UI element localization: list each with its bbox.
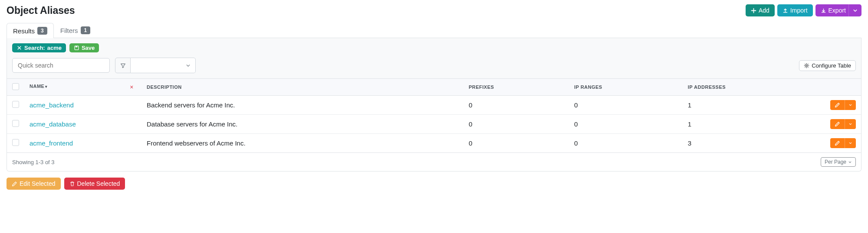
export-label: Export	[829, 7, 846, 14]
row-description: Frontend webservers of Acme Inc.	[141, 134, 464, 153]
sort-indicator-icon: ▾	[45, 84, 48, 89]
row-name-link[interactable]: acme_backend	[30, 101, 74, 109]
row-ip-addresses: 1	[683, 96, 825, 115]
download-icon	[821, 8, 826, 13]
results-table: Name▾ × Description Prefixes IP Ranges I…	[7, 78, 861, 153]
edit-selected-button[interactable]: Edit Selected	[7, 178, 61, 190]
col-ip-addresses[interactable]: IP Addresses	[683, 79, 825, 96]
svg-point-2	[806, 65, 808, 66]
row-edit-button[interactable]	[830, 138, 845, 148]
row-ip-ranges: 0	[569, 96, 683, 115]
svg-rect-1	[76, 46, 77, 47]
pencil-icon	[835, 140, 840, 146]
pencil-icon	[12, 181, 17, 187]
table-footer: Showing 1-3 of 3 Per Page	[7, 153, 861, 171]
showing-text: Showing 1-3 of 3	[12, 159, 55, 165]
add-label: Add	[759, 7, 769, 14]
configure-table-button[interactable]: Configure Table	[799, 60, 856, 71]
row-ip-addresses: 3	[683, 134, 825, 153]
table-row: acme_databaseDatabase servers for Acme I…	[7, 115, 861, 134]
filter-icon	[120, 63, 126, 68]
filter-icon-button[interactable]	[115, 58, 131, 73]
export-dropdown-button[interactable]	[848, 4, 861, 16]
save-icon	[74, 45, 79, 51]
row-checkbox[interactable]	[12, 120, 19, 127]
clear-sort-icon[interactable]: ×	[130, 84, 134, 91]
row-prefixes: 0	[464, 115, 569, 134]
export-button[interactable]: Export	[815, 4, 851, 16]
results-panel: Search: acme Save Configure Table	[7, 38, 861, 172]
chevron-down-icon	[852, 8, 858, 13]
search-filter-pill[interactable]: Search: acme	[12, 43, 66, 52]
save-filter-pill[interactable]: Save	[69, 43, 99, 52]
save-filter-label: Save	[82, 45, 95, 51]
row-ip-ranges: 0	[569, 115, 683, 134]
row-actions-dropdown[interactable]	[845, 138, 856, 148]
row-actions-dropdown[interactable]	[845, 119, 856, 129]
col-description[interactable]: Description	[141, 79, 464, 96]
search-filter-prefix: Search:	[24, 45, 45, 51]
tab-results[interactable]: Results 3	[7, 23, 54, 38]
col-ip-ranges[interactable]: IP Ranges	[569, 79, 683, 96]
pencil-icon	[835, 121, 840, 127]
chevron-down-icon	[185, 63, 191, 68]
row-checkbox[interactable]	[12, 139, 19, 146]
chevron-down-icon	[848, 103, 852, 107]
table-row: acme_frontendFrontend webservers of Acme…	[7, 134, 861, 153]
trash-icon	[69, 181, 75, 187]
tab-results-label: Results	[13, 27, 35, 35]
col-name-label: Name	[30, 84, 44, 89]
col-name[interactable]: Name▾ ×	[24, 79, 141, 96]
close-icon	[16, 45, 22, 51]
tab-filters[interactable]: Filters 1	[54, 23, 97, 38]
upload-icon	[783, 8, 788, 13]
row-prefixes: 0	[464, 134, 569, 153]
row-edit-button[interactable]	[830, 100, 845, 110]
row-edit-button[interactable]	[830, 119, 845, 129]
row-description: Database servers for Acme Inc.	[141, 115, 464, 134]
tabs: Results 3 Filters 1	[7, 23, 861, 38]
add-button[interactable]: Add	[746, 4, 775, 16]
row-actions-dropdown[interactable]	[845, 100, 856, 110]
row-prefixes: 0	[464, 96, 569, 115]
delete-selected-button[interactable]: Delete Selected	[64, 178, 125, 190]
delete-selected-label: Delete Selected	[77, 180, 120, 187]
row-ip-ranges: 0	[569, 134, 683, 153]
col-prefixes[interactable]: Prefixes	[464, 79, 569, 96]
row-ip-addresses: 1	[683, 115, 825, 134]
row-description: Backend servers for Acme Inc.	[141, 96, 464, 115]
col-actions	[825, 79, 861, 96]
page-title: Object Aliases	[7, 5, 75, 16]
row-name-link[interactable]: acme_frontend	[30, 139, 73, 147]
bulk-actions: Edit Selected Delete Selected	[7, 178, 861, 190]
configure-table-label: Configure Table	[812, 62, 851, 69]
filter-select[interactable]	[131, 58, 196, 73]
search-filter-value: acme	[47, 45, 62, 51]
tab-filters-count: 1	[81, 26, 91, 34]
edit-selected-label: Edit Selected	[20, 180, 56, 187]
row-checkbox[interactable]	[12, 101, 19, 108]
search-input[interactable]	[12, 58, 110, 73]
plus-icon	[751, 8, 756, 13]
import-label: Import	[790, 7, 808, 14]
table-row: acme_backendBackend servers for Acme Inc…	[7, 96, 861, 115]
tab-results-count: 3	[37, 27, 47, 35]
gear-icon	[804, 63, 809, 68]
chevron-down-icon	[848, 122, 852, 126]
toolbar: Configure Table	[7, 56, 861, 78]
header-actions: Add Import Export	[746, 4, 861, 16]
row-name-link[interactable]: acme_database	[30, 120, 76, 128]
header-checkbox-cell	[7, 79, 24, 96]
import-button[interactable]: Import	[777, 4, 813, 16]
select-all-checkbox[interactable]	[12, 83, 19, 90]
per-page-select[interactable]: Per Page	[821, 157, 856, 167]
per-page-label: Per Page	[825, 159, 846, 165]
tab-filters-label: Filters	[60, 27, 78, 34]
chevron-down-icon	[848, 141, 852, 145]
active-filter-row: Search: acme Save	[7, 38, 861, 56]
pencil-icon	[835, 102, 840, 108]
chevron-down-icon	[848, 160, 852, 164]
